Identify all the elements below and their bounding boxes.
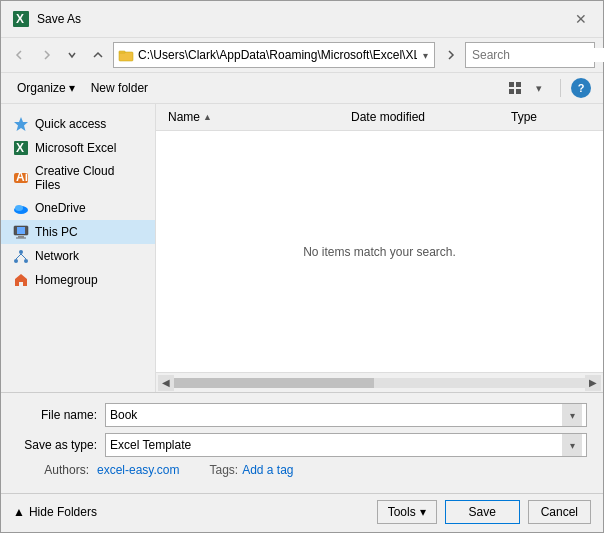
file-list-body[interactable]: No items match your search. xyxy=(156,131,603,372)
scroll-left-button[interactable]: ◀ xyxy=(158,375,174,391)
sidebar-label-network: Network xyxy=(35,249,79,263)
col-date-label: Date modified xyxy=(351,110,425,124)
sidebar-item-onedrive[interactable]: OneDrive xyxy=(1,196,155,220)
sidebar-item-creative-cloud[interactable]: Ai Creative Cloud Files xyxy=(1,160,155,196)
dialog-icon: X xyxy=(13,11,29,27)
this-pc-icon xyxy=(13,224,29,240)
new-folder-button[interactable]: New folder xyxy=(87,79,152,97)
file-list-container: Name ▲ Date modified Type No items match… xyxy=(156,104,603,392)
svg-text:Ai: Ai xyxy=(16,170,28,184)
tools-arrow: ▾ xyxy=(420,505,426,519)
save-type-dropdown[interactable]: ▾ xyxy=(562,434,582,456)
svg-rect-4 xyxy=(509,82,514,87)
svg-text:X: X xyxy=(16,12,24,26)
sidebar-item-this-pc[interactable]: This PC xyxy=(1,220,155,244)
svg-rect-6 xyxy=(509,89,514,94)
save-button[interactable]: Save xyxy=(445,500,520,524)
col-sort-arrow: ▲ xyxy=(203,112,212,122)
organize-toolbar: Organize ▾ New folder ▾ ? xyxy=(1,73,603,104)
no-items-message: No items match your search. xyxy=(303,245,456,259)
up-button[interactable] xyxy=(87,44,109,66)
tools-label: Tools xyxy=(388,505,416,519)
horizontal-scrollbar[interactable]: ◀ ▶ xyxy=(156,372,603,392)
address-dropdown-button[interactable]: ▾ xyxy=(421,50,430,61)
forward-button[interactable] xyxy=(35,44,57,66)
sidebar-label-this-pc: This PC xyxy=(35,225,78,239)
save-type-input[interactable] xyxy=(110,438,562,452)
close-button[interactable]: ✕ xyxy=(571,9,591,29)
svg-rect-3 xyxy=(119,51,125,53)
column-header-name[interactable]: Name ▲ xyxy=(168,108,351,126)
main-area: Quick access X Microsoft Excel Ai xyxy=(1,104,603,392)
tools-button[interactable]: Tools ▾ xyxy=(377,500,437,524)
dialog-title: Save As xyxy=(37,12,81,26)
file-name-label: File name: xyxy=(17,408,97,422)
back-button[interactable] xyxy=(9,44,31,66)
address-input[interactable] xyxy=(138,48,417,62)
cancel-button[interactable]: Cancel xyxy=(528,500,591,524)
organize-label: Organize xyxy=(17,81,66,95)
svg-point-13 xyxy=(15,205,23,211)
organize-button[interactable]: Organize ▾ xyxy=(13,79,79,97)
action-buttons: Tools ▾ Save Cancel xyxy=(377,500,591,524)
sidebar-item-homegroup[interactable]: Homegroup xyxy=(1,268,155,292)
save-as-dialog: X Save As ✕ ▾ xyxy=(0,0,604,533)
sidebar-item-microsoft-excel[interactable]: X Microsoft Excel xyxy=(1,136,155,160)
sidebar: Quick access X Microsoft Excel Ai xyxy=(1,104,156,392)
scroll-thumb[interactable] xyxy=(174,378,374,388)
file-name-input[interactable] xyxy=(110,408,562,422)
onedrive-icon xyxy=(13,200,29,216)
file-list-header: Name ▲ Date modified Type xyxy=(156,104,603,131)
file-name-input-wrap[interactable]: ▾ xyxy=(105,403,587,427)
hide-folders-button[interactable]: ▲ Hide Folders xyxy=(13,505,97,519)
sidebar-item-quick-access[interactable]: Quick access xyxy=(1,112,155,136)
recent-locations-button[interactable] xyxy=(61,44,83,66)
tags-value[interactable]: Add a tag xyxy=(242,463,293,477)
search-box[interactable]: 🔍 xyxy=(465,42,595,68)
authors-label: Authors: xyxy=(17,463,97,477)
title-bar-left: X Save As xyxy=(13,11,81,27)
svg-rect-17 xyxy=(16,238,26,239)
bottom-form: File name: ▾ Save as type: ▾ Authors: ex… xyxy=(1,392,603,493)
sidebar-label-homegroup: Homegroup xyxy=(35,273,98,287)
authors-row: Authors: excel-easy.com Tags: Add a tag xyxy=(17,463,587,477)
address-folder-icon xyxy=(118,47,134,63)
address-forward-button[interactable] xyxy=(439,44,461,66)
help-button[interactable]: ? xyxy=(571,78,591,98)
column-header-date[interactable]: Date modified xyxy=(351,108,511,126)
save-type-label: Save as type: xyxy=(17,438,97,452)
svg-rect-15 xyxy=(17,227,25,234)
col-type-label: Type xyxy=(511,110,537,124)
search-input[interactable] xyxy=(472,48,604,62)
scroll-right-button[interactable]: ▶ xyxy=(585,375,601,391)
svg-rect-7 xyxy=(516,89,521,94)
svg-line-22 xyxy=(21,254,26,259)
bottom-actions: ▲ Hide Folders Tools ▾ Save Cancel xyxy=(1,493,603,532)
network-icon xyxy=(13,248,29,264)
save-type-row: Save as type: ▾ xyxy=(17,433,587,457)
svg-line-21 xyxy=(16,254,21,259)
file-name-dropdown[interactable]: ▾ xyxy=(562,404,582,426)
svg-point-19 xyxy=(14,259,18,263)
save-type-input-wrap[interactable]: ▾ xyxy=(105,433,587,457)
hide-folders-arrow: ▲ xyxy=(13,505,25,519)
toolbar-divider xyxy=(560,79,561,97)
creative-cloud-icon: Ai xyxy=(13,170,29,186)
sidebar-label-creative-cloud: Creative Cloud Files xyxy=(35,164,143,192)
svg-point-18 xyxy=(19,250,23,254)
homegroup-icon xyxy=(13,272,29,288)
view-dropdown-button[interactable]: ▾ xyxy=(528,77,550,99)
title-bar: X Save As ✕ xyxy=(1,1,603,38)
scroll-track[interactable] xyxy=(174,378,585,388)
authors-value[interactable]: excel-easy.com xyxy=(97,463,179,477)
column-header-type[interactable]: Type xyxy=(511,108,591,126)
sidebar-label-excel: Microsoft Excel xyxy=(35,141,116,155)
view-button[interactable] xyxy=(504,77,526,99)
sidebar-item-network[interactable]: Network xyxy=(1,244,155,268)
svg-text:X: X xyxy=(16,141,24,155)
svg-rect-2 xyxy=(119,52,133,61)
svg-rect-16 xyxy=(18,236,24,238)
address-toolbar: ▾ 🔍 xyxy=(1,38,603,73)
organize-arrow: ▾ xyxy=(69,81,75,95)
address-bar[interactable]: ▾ xyxy=(113,42,435,68)
